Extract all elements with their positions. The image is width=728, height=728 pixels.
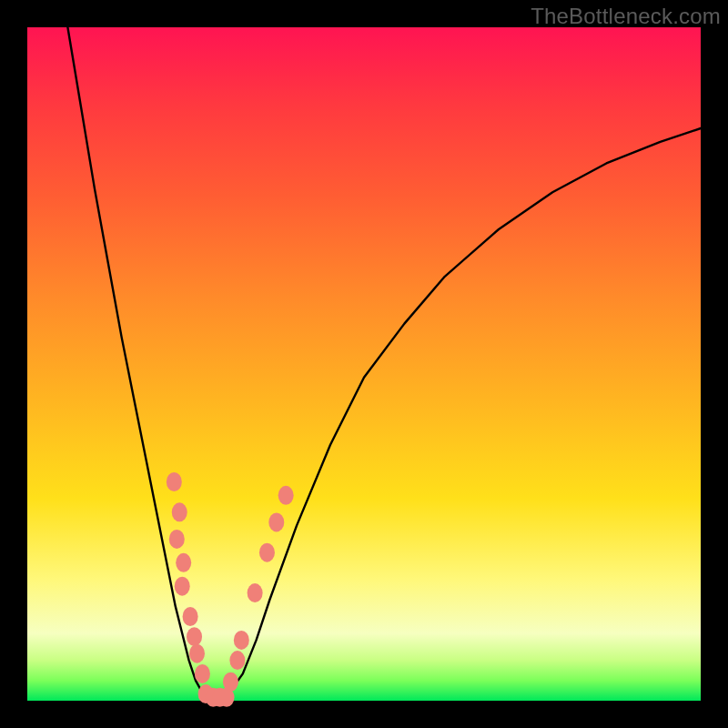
data-marker [172, 502, 187, 521]
bottleneck-curve [67, 27, 701, 700]
data-marker [176, 553, 191, 572]
watermark-text: TheBottleneck.com [531, 4, 721, 29]
data-marker [223, 672, 238, 692]
data-marker [278, 486, 294, 505]
data-marker [169, 530, 185, 549]
data-marker [187, 627, 202, 646]
data-marker [268, 512, 284, 531]
data-marker [248, 583, 263, 602]
data-marker [167, 472, 182, 491]
data-marker [183, 607, 198, 626]
curve-layer [27, 27, 701, 701]
data-marker [175, 577, 190, 596]
data-marker [195, 664, 210, 683]
data-marker [189, 644, 205, 663]
data-marker [259, 543, 275, 562]
plot-area [27, 27, 701, 701]
chart-frame: TheBottleneck.com [0, 0, 728, 728]
data-marker [234, 631, 249, 650]
v-curve [67, 27, 701, 700]
data-marker [229, 651, 245, 670]
